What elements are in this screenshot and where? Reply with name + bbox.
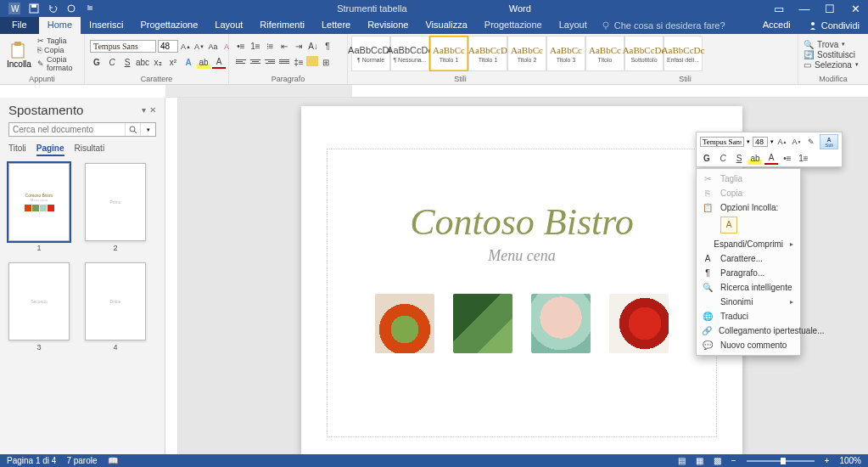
style-item[interactable]: AaBbCcDc¶ Nessuna... [390,36,429,71]
tell-me-search[interactable]: Che cosa si desidera fare? [596,17,754,34]
grow-font-button[interactable]: A▲ [180,41,192,53]
navpane-dropdown-icon[interactable]: ▾ [142,105,146,115]
menu-paragraph[interactable]: ¶Paragrafo... [697,266,800,280]
view-web-icon[interactable]: ▩ [714,456,721,465]
subscript-button[interactable]: x₂ [151,55,165,69]
status-page[interactable]: Pagina 1 di 4 [7,456,56,465]
justify-button[interactable] [277,56,291,68]
font-size-combo[interactable] [158,40,178,53]
italic-button[interactable]: C [105,55,119,69]
highlight-button[interactable]: ab [197,55,210,69]
nav-tab-pages[interactable]: Pagine [36,143,64,156]
zoom-slider[interactable] [747,460,815,462]
line-spacing-button[interactable]: ‡≡ [292,56,305,70]
tab-review[interactable]: Revisione [359,17,417,34]
sign-in-link[interactable]: Accedi [754,17,799,34]
menu-synonyms[interactable]: Sinonimi▸ [697,295,800,309]
document-subtitle[interactable]: Menu cena [328,247,716,265]
ruler-vertical[interactable] [165,98,178,454]
multilevel-button[interactable]: ⁝≡ [263,40,277,53]
menu-smart-lookup[interactable]: 🔍Ricerca intelligente [697,280,800,295]
style-item[interactable]: AaBbCcDcEnfasi deli... [664,36,703,71]
paste-button[interactable]: Incolla [3,39,35,70]
font-color-button[interactable]: A [212,55,226,69]
borders-button[interactable]: ⊞ [319,56,333,70]
style-item[interactable]: AaBbCcDc¶ Normale [351,36,390,71]
strikethrough-button[interactable]: abc [136,55,149,69]
tab-view[interactable]: Visualizza [417,17,475,34]
decrease-indent-button[interactable]: ⇤ [277,40,291,53]
shrink-font-button[interactable]: A▼ [193,41,205,53]
save-icon[interactable] [29,3,39,14]
align-left-button[interactable] [234,56,248,68]
mini-format-painter[interactable]: ✎ [805,136,817,148]
menu-hyperlink[interactable]: 🔗Collegamento ipertestuale... [697,324,800,338]
ruler-horizontal[interactable] [165,85,868,98]
font-name-combo[interactable] [90,40,156,53]
mini-grow-font[interactable]: A▲ [776,136,788,148]
mini-underline[interactable]: S [732,151,746,165]
mini-italic[interactable]: C [716,151,730,165]
thumbnail-page-3[interactable]: Secondo [8,262,70,340]
mini-bullets[interactable]: •≡ [781,151,794,165]
status-spellcheck-icon[interactable]: 📖 [108,456,118,465]
mini-shrink-font[interactable]: A▼ [791,136,803,148]
mini-font-color[interactable]: A [764,151,778,165]
select-button[interactable]: ▭Seleziona▾ [804,60,859,70]
nav-tab-results[interactable]: Risultati [75,143,105,156]
style-item[interactable]: AaBbCcDTitolo 1 [468,36,507,71]
food-image-1[interactable] [375,294,434,353]
mini-styles-button[interactable]: AStili [820,134,838,149]
format-painter-button[interactable]: ✎Copia formato [37,55,81,72]
tab-home[interactable]: Home [39,17,81,34]
ribbon-display-icon[interactable]: ▭ [766,3,792,15]
underline-button[interactable]: S [120,55,134,69]
menu-translate[interactable]: 🌐Traduci [697,309,800,324]
thumbnail-page-1[interactable]: Contoso Bistro Menu cena [8,163,70,241]
view-print-icon[interactable]: ▦ [696,456,703,465]
bold-button[interactable]: G [90,55,104,69]
mini-highlight[interactable]: ab [748,151,762,165]
zoom-level[interactable]: 100% [839,456,861,465]
mini-bold[interactable]: G [700,151,714,165]
nav-search[interactable]: ▾ [8,122,156,137]
show-marks-button[interactable]: ¶ [321,40,334,53]
minimize-icon[interactable]: — [792,3,817,15]
menu-cut[interactable]: ✂Taglia [697,172,800,186]
bullets-button[interactable]: •≡ [234,40,248,53]
zoom-in-icon[interactable]: + [825,456,830,465]
change-case-button[interactable]: Aa [207,41,219,53]
sort-button[interactable]: A↓ [306,40,320,53]
menu-copy[interactable]: ⎘Copia [697,186,800,200]
redo-icon[interactable] [66,3,76,14]
paste-keep-text-button[interactable]: A [720,217,737,234]
menu-new-comment[interactable]: 💬Nuovo commento [697,338,800,352]
food-image-2[interactable] [453,294,512,353]
align-center-button[interactable] [249,56,262,68]
tab-mailings[interactable]: Lettere [313,17,359,34]
style-item[interactable]: AaBbCcTitolo 1 [429,36,468,71]
increase-indent-button[interactable]: ⇥ [292,40,305,53]
food-image-3[interactable] [531,294,591,353]
tab-table-layout[interactable]: Layout [551,17,596,34]
cut-button[interactable]: ✂Taglia [37,37,81,45]
tab-layout[interactable]: Layout [206,17,251,34]
find-button[interactable]: 🔍Trova▾ [804,40,859,49]
copy-button[interactable]: ⎘Copia [37,46,81,54]
touch-mode-icon[interactable] [85,3,95,14]
tab-table-design[interactable]: Progettazione [476,17,551,34]
food-image-4[interactable] [609,294,669,353]
nav-search-button[interactable] [125,123,140,136]
page[interactable]: Contoso Bistro Menu cena [301,106,742,454]
nav-tab-headings[interactable]: Titoli [8,143,26,156]
undo-icon[interactable] [48,3,58,14]
maximize-icon[interactable]: ☐ [817,3,843,15]
mini-font-name[interactable] [700,137,744,147]
tab-design[interactable]: Progettazione [132,17,206,34]
style-item[interactable]: AaBbCcDcSottotitolo [624,36,664,71]
document-title[interactable]: Contoso Bistro [328,200,716,244]
close-icon[interactable]: ✕ [843,3,868,15]
zoom-out-icon[interactable]: − [731,456,736,465]
style-item[interactable]: AaBbCcTitolo [585,36,624,71]
tab-file[interactable]: File [0,17,39,34]
